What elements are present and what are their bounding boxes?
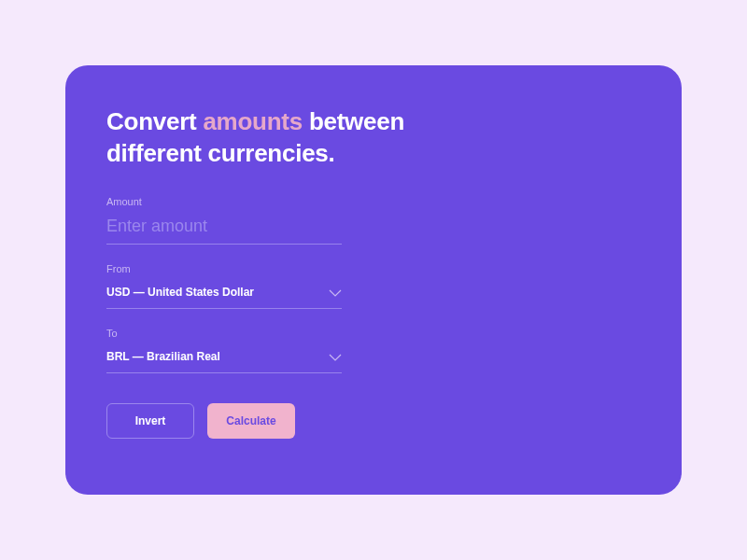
from-selected-value: USD — United States Dollar [106, 286, 254, 299]
amount-label: Amount [106, 196, 342, 207]
heading-part1: Convert [106, 107, 203, 135]
button-row: Invert Calculate [106, 403, 342, 439]
calculate-button[interactable]: Calculate [207, 403, 295, 439]
invert-button[interactable]: Invert [106, 403, 194, 439]
to-select[interactable]: BRL — Brazilian Real [106, 344, 342, 373]
converter-form: Amount From USD — United States Dollar T… [106, 196, 342, 439]
amount-input[interactable] [106, 213, 342, 245]
heading-accent: amounts [203, 107, 303, 135]
from-field: From USD — United States Dollar [106, 263, 342, 309]
converter-card: Convert amounts between different curren… [65, 65, 682, 495]
chevron-down-icon [329, 284, 342, 301]
to-label: To [106, 328, 342, 339]
from-label: From [106, 263, 342, 274]
from-select[interactable]: USD — United States Dollar [106, 280, 342, 309]
chevron-down-icon [329, 348, 342, 365]
to-field: To BRL — Brazilian Real [106, 328, 342, 373]
page-heading: Convert amounts between different curren… [106, 106, 405, 170]
amount-field: Amount [106, 196, 342, 245]
to-selected-value: BRL — Brazilian Real [106, 350, 220, 363]
